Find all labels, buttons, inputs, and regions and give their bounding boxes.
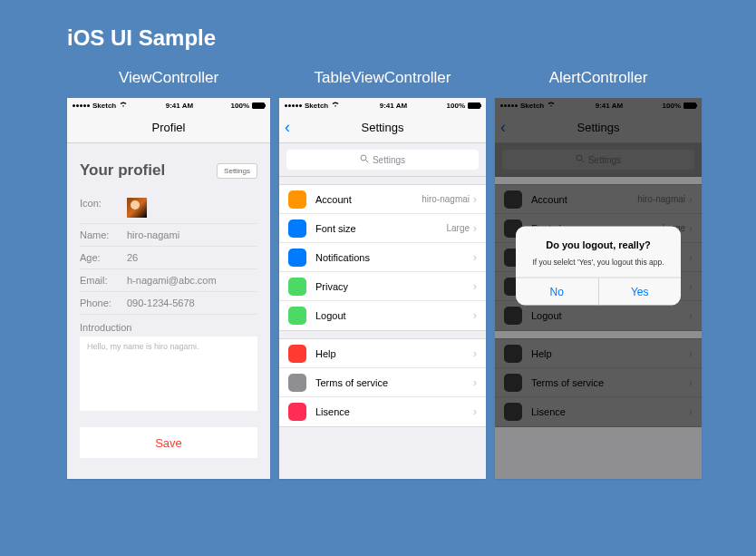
table-row[interactable]: Privacy›	[279, 272, 486, 301]
profile-heading: Your profiel	[80, 161, 165, 180]
table-row[interactable]: Lisence›	[279, 397, 486, 426]
chevron-right-icon: ›	[473, 280, 477, 293]
alert-yes-button[interactable]: Yes	[599, 278, 682, 305]
chevron-right-icon: ›	[473, 309, 477, 322]
row-label: Account	[315, 194, 422, 205]
table-row[interactable]: Font sizeLarge›	[279, 214, 486, 243]
carrier-label: Sketch	[92, 102, 116, 110]
table-row[interactable]: Notifications›	[279, 243, 486, 272]
field-name: Name: hiro-nagami	[80, 224, 257, 247]
alert-no-button[interactable]: No	[516, 278, 599, 305]
field-phone: Phone: 090-1234-5678	[80, 292, 257, 315]
col-title-tvc: TableViewController	[315, 69, 451, 87]
age-value: 26	[127, 252, 138, 263]
row-icon	[288, 219, 306, 238]
phone-ac: Sketch 9:41 AM 100% ‹ Settings Settings	[495, 98, 702, 479]
row-icon	[288, 249, 306, 267]
phone-label: Phone:	[80, 298, 120, 308]
search-wrap: Settings	[279, 143, 486, 177]
avatar[interactable]	[127, 198, 147, 218]
row-icon	[288, 403, 306, 421]
save-button[interactable]: Save	[155, 436, 182, 450]
chevron-right-icon: ›	[473, 251, 477, 264]
email-label: Email:	[80, 275, 120, 286]
row-label: Privacy	[315, 281, 473, 292]
nav-title: Profiel	[152, 121, 186, 134]
svg-point-0	[361, 155, 366, 161]
col-viewcontroller: ViewController Sketch 9:41 AM 100% Profi…	[67, 69, 270, 479]
battery-pct: 100%	[447, 102, 465, 110]
intro-textarea[interactable]: Hello, my name is hiro nagami.	[80, 337, 257, 411]
row-label: Terms of service	[315, 377, 473, 388]
table-row[interactable]: Accounthiro-nagmai›	[279, 185, 486, 214]
battery-icon	[468, 102, 480, 109]
row-icon	[288, 345, 306, 363]
battery-icon	[252, 102, 265, 109]
settings-button[interactable]: Settings	[217, 163, 257, 179]
status-time: 9:41 AM	[166, 102, 193, 110]
row-label: Font size	[315, 223, 446, 234]
phone-vc: Sketch 9:41 AM 100% Profiel Your profiel…	[67, 98, 270, 479]
settings-section-1: Accounthiro-nagmai›Font sizeLarge›Notifi…	[279, 184, 486, 331]
chevron-right-icon: ›	[473, 193, 477, 206]
col-alertcontroller: AlertController Sketch 9:41 AM 100% ‹ Se…	[495, 69, 702, 479]
row-label: Notifications	[315, 252, 473, 263]
status-bar: Sketch 9:41 AM 100%	[67, 98, 270, 112]
intro-label: Introduction	[80, 322, 257, 333]
col-title-ac: AlertController	[549, 69, 648, 87]
col-tableviewcontroller: TableViewController Sketch 9:41 AM 100% …	[279, 69, 486, 479]
status-bar: Sketch 9:41 AM 100%	[279, 98, 486, 112]
name-label: Name:	[80, 229, 120, 240]
save-row[interactable]: Save	[80, 427, 257, 458]
search-input[interactable]: Settings	[286, 150, 479, 170]
svg-line-1	[365, 161, 368, 163]
age-label: Age:	[80, 252, 120, 263]
columns-container: ViewController Sketch 9:41 AM 100% Profi…	[0, 69, 756, 479]
name-value: hiro-nagami	[127, 229, 179, 240]
field-icon: Icon:	[80, 192, 257, 224]
search-placeholder: Settings	[373, 155, 405, 165]
search-icon	[360, 154, 369, 165]
table-row[interactable]: Logout›	[279, 301, 486, 330]
chevron-right-icon: ›	[473, 222, 477, 235]
row-icon	[288, 190, 306, 209]
alert-dialog: Do you logout, really? If you selelct 'Y…	[516, 226, 681, 305]
row-icon	[288, 307, 306, 325]
col-title-vc: ViewController	[119, 69, 218, 87]
back-button[interactable]: ‹	[285, 118, 290, 137]
email-value: h-nagami@abc.com	[127, 275, 217, 286]
row-icon	[288, 278, 306, 296]
nav-title: Settings	[362, 121, 404, 134]
table-row[interactable]: Help›	[279, 339, 486, 368]
alert-message: If you selelct 'Yes', you logout this ap…	[527, 257, 670, 266]
nav-bar: ‹ Settings	[279, 112, 486, 143]
row-detail: hiro-nagmai	[422, 194, 470, 204]
profile-body: Your profiel Settings Icon: Name: hiro-n…	[67, 143, 270, 458]
signal-dots-icon	[73, 104, 90, 107]
field-age: Age: 26	[80, 247, 257, 269]
chevron-right-icon: ›	[473, 405, 477, 418]
field-email: Email: h-nagami@abc.com	[80, 269, 257, 292]
signal-dots-icon	[285, 104, 302, 107]
row-icon	[288, 374, 306, 392]
wifi-icon	[331, 101, 340, 110]
phone-value: 090-1234-5678	[127, 298, 195, 308]
alert-title: Do you logout, really?	[527, 239, 670, 249]
table-row[interactable]: Terms of service›	[279, 368, 486, 397]
page-title: iOS UI Sample	[67, 25, 756, 51]
battery-pct: 100%	[231, 102, 249, 110]
carrier-label: Sketch	[305, 102, 328, 110]
phone-tvc: Sketch 9:41 AM 100% ‹ Settings Sett	[279, 98, 486, 479]
chevron-right-icon: ›	[473, 376, 477, 389]
status-time: 9:41 AM	[380, 102, 407, 110]
chevron-right-icon: ›	[473, 347, 477, 360]
nav-bar: Profiel	[67, 112, 270, 143]
row-label: Help	[315, 348, 473, 359]
row-label: Logout	[315, 310, 473, 321]
settings-section-2: Help›Terms of service›Lisence›	[279, 338, 486, 427]
icon-label: Icon:	[80, 198, 120, 218]
row-label: Lisence	[315, 406, 473, 417]
wifi-icon	[119, 101, 128, 110]
row-detail: Large	[446, 223, 470, 233]
